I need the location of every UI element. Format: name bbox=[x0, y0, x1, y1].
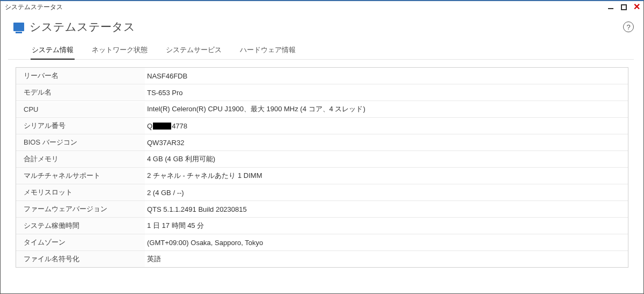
row-value: 2 (4 GB / --) bbox=[145, 185, 628, 200]
row-value: 英語 bbox=[145, 251, 628, 267]
tabs: システム情報 ネットワーク状態 システムサービス ハードウェア情報 bbox=[8, 38, 634, 60]
maximize-button[interactable] bbox=[620, 3, 627, 11]
system-info-panel: リーバー名 NASF46FDB モデル名 TS-653 Pro CPU Inte… bbox=[16, 67, 628, 268]
row-multichannel: マルチチャネルサポート 2 チャネル - チャネルあたり 1 DIMM bbox=[16, 168, 628, 184]
row-timezone: タイムゾーン (GMT+09:00) Osaka, Sapporo, Tokyo bbox=[16, 234, 628, 251]
row-label: モデル名 bbox=[16, 84, 145, 101]
row-label: タイムゾーン bbox=[16, 234, 145, 250]
row-cpu: CPU Intel(R) Celeron(R) CPU J1900、最大 190… bbox=[16, 101, 628, 118]
row-label: システム稼働時間 bbox=[16, 218, 145, 234]
row-value: Intel(R) Celeron(R) CPU J1900、最大 1900 MH… bbox=[145, 101, 628, 117]
row-label: CPU bbox=[16, 102, 145, 117]
serial-suffix: 4778 bbox=[172, 122, 187, 130]
row-label: ファームウェアバージョン bbox=[16, 201, 145, 217]
row-value: QTS 5.1.1.2491 Build 20230815 bbox=[145, 202, 628, 217]
page-title: システムステータス bbox=[30, 19, 135, 34]
row-label: マルチチャネルサポート bbox=[16, 168, 145, 184]
system-status-icon bbox=[13, 23, 24, 31]
row-value: NASF46FDB bbox=[145, 69, 628, 83]
window-controls: ✕ bbox=[607, 3, 640, 11]
row-model-name: モデル名 TS-653 Pro bbox=[16, 84, 628, 101]
row-label: リーバー名 bbox=[16, 68, 145, 84]
row-memory: 合計メモリ 4 GB (4 GB 利用可能) bbox=[16, 151, 628, 168]
row-label: BIOS バージコン bbox=[16, 134, 145, 150]
row-value: 4 GB (4 GB 利用可能) bbox=[145, 151, 628, 167]
row-value: Q4778 bbox=[145, 119, 628, 133]
row-label: 合計メモリ bbox=[16, 151, 145, 167]
tab-system-info[interactable]: システム情報 bbox=[31, 43, 75, 59]
row-value: (GMT+09:00) Osaka, Sapporo, Tokyo bbox=[145, 235, 628, 250]
row-label: メモリスロット bbox=[16, 184, 145, 200]
row-bios: BIOS バージコン QW37AR32 bbox=[16, 134, 628, 151]
tab-network-status[interactable]: ネットワーク状態 bbox=[91, 43, 149, 59]
row-label: ファイル名符号化 bbox=[16, 251, 145, 267]
minimize-button[interactable] bbox=[607, 3, 614, 11]
row-value: QW37AR32 bbox=[145, 135, 628, 150]
row-label: シリアル番号 bbox=[16, 118, 145, 134]
row-server-name: リーバー名 NASF46FDB bbox=[16, 68, 628, 84]
window-title: システムステータス bbox=[5, 3, 63, 12]
help-icon[interactable]: ? bbox=[623, 21, 634, 32]
content: リーバー名 NASF46FDB モデル名 TS-653 Pro CPU Inte… bbox=[1, 60, 643, 268]
tab-system-service[interactable]: システムサービス bbox=[165, 43, 223, 59]
serial-prefix: Q bbox=[147, 122, 152, 130]
redaction-mask bbox=[153, 123, 171, 130]
row-encoding: ファイル名符号化 英語 bbox=[16, 251, 628, 267]
row-value: 2 チャネル - チャネルあたり 1 DIMM bbox=[145, 168, 628, 184]
tab-hardware-info[interactable]: ハードウェア情報 bbox=[239, 43, 297, 59]
row-uptime: システム稼働時間 1 日 17 時間 45 分 bbox=[16, 218, 628, 234]
titlebar[interactable]: システムステータス ✕ bbox=[1, 1, 643, 13]
row-memory-slot: メモリスロット 2 (4 GB / --) bbox=[16, 184, 628, 201]
row-value: 1 日 17 時間 45 分 bbox=[145, 218, 628, 234]
row-value: TS-653 Pro bbox=[145, 85, 628, 100]
row-firmware: ファームウェアバージョン QTS 5.1.1.2491 Build 202308… bbox=[16, 201, 628, 218]
page-header: システムステータス ? bbox=[1, 13, 643, 38]
row-serial: シリアル番号 Q4778 bbox=[16, 118, 628, 134]
close-button[interactable]: ✕ bbox=[633, 3, 640, 11]
